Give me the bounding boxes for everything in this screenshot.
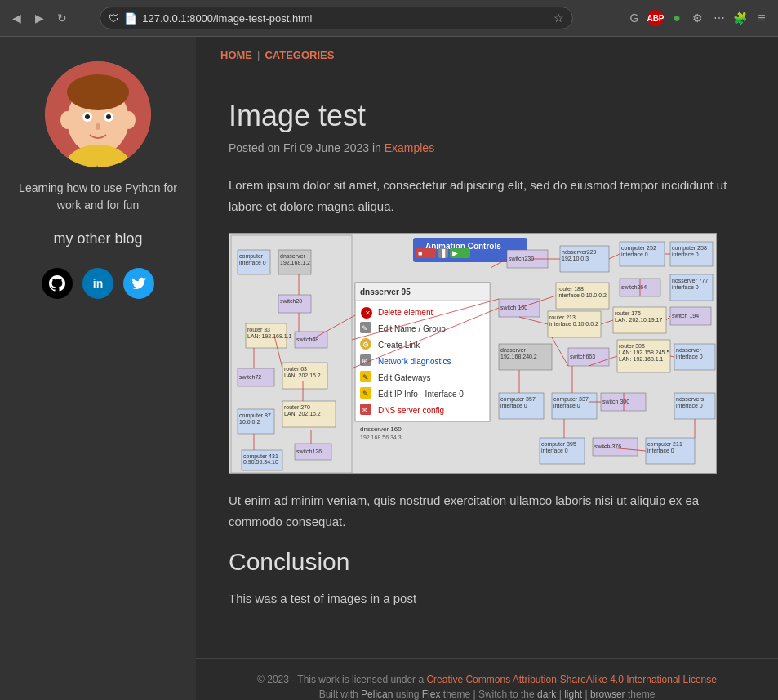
footer-license-line: © 2023 - This work is licensed under a C… <box>211 674 763 685</box>
github-icon[interactable] <box>42 268 73 299</box>
svg-text:dnsserver 160: dnsserver 160 <box>360 426 402 433</box>
svg-text:switch230: switch230 <box>509 256 534 261</box>
twitter-icon[interactable] <box>123 268 154 299</box>
svg-text:computer 252: computer 252 <box>621 245 656 252</box>
svg-text:Network diagnostics: Network diagnostics <box>378 357 451 366</box>
svg-text:switch 300: switch 300 <box>602 399 629 404</box>
conclusion-heading: Conclusion <box>229 548 745 576</box>
forward-button[interactable]: ▶ <box>31 10 47 26</box>
svg-text:LAN: 192.168.1.1: LAN: 192.168.1.1 <box>619 356 664 362</box>
svg-text:interface 0: interface 0 <box>621 252 648 257</box>
footer-browser-link[interactable]: browser <box>590 689 625 700</box>
svg-text:interface 0: interface 0 <box>647 448 674 453</box>
footer-theme-suffix: theme <box>628 689 655 700</box>
extension-icon-4[interactable]: ⚙ <box>690 10 706 26</box>
footer-copyright: © 2023 - This work is licensed under a <box>257 674 424 685</box>
svg-text:interface 0: interface 0 <box>676 403 703 408</box>
svg-text:router 63: router 63 <box>284 366 307 372</box>
svg-text:Create Link: Create Link <box>378 341 420 350</box>
meta-category-link[interactable]: Examples <box>385 141 434 154</box>
main-content: HOME | CATEGORIES Image test Posted on F… <box>196 37 778 700</box>
svg-text:▶: ▶ <box>452 249 458 257</box>
linkedin-icon[interactable]: in <box>82 268 113 299</box>
svg-text:dnsserver 95: dnsserver 95 <box>360 288 411 296</box>
refresh-button[interactable]: ↻ <box>54 10 70 26</box>
svg-text:✎: ✎ <box>362 324 368 332</box>
footer-light-link[interactable]: light <box>564 689 582 700</box>
network-diagram-image: Animation Controls ■ ▐ ▶ computer <box>229 233 717 474</box>
svg-point-8 <box>60 111 73 129</box>
svg-text:ndsserver229: ndsserver229 <box>562 249 597 255</box>
svg-text:Edit IP Info - Interface 0: Edit IP Info - Interface 0 <box>378 390 464 399</box>
svg-text:router 305: router 305 <box>619 343 645 349</box>
svg-text:computer 211: computer 211 <box>647 441 682 448</box>
footer: © 2023 - This work is licensed under a C… <box>196 658 778 701</box>
back-button[interactable]: ◀ <box>8 10 24 26</box>
nav-separator: | <box>257 49 260 61</box>
extensions-button[interactable]: ⋯ <box>711 10 727 26</box>
svg-text:interface 0: interface 0 <box>553 403 580 408</box>
page-icon: 📄 <box>124 12 137 25</box>
svg-text:router 33: router 33 <box>247 327 270 332</box>
svg-text:✎: ✎ <box>362 373 369 381</box>
footer-built-with-line: Built with Pelican using Flex theme | Sw… <box>211 689 763 700</box>
svg-point-7 <box>96 123 100 130</box>
article: Image test Posted on Fri 09 June 2023 in… <box>196 74 778 658</box>
svg-text:Delete element: Delete element <box>378 308 433 317</box>
footer-pelican-link[interactable]: Pelican <box>361 689 393 700</box>
sidebar-blog-link[interactable]: my other blog <box>53 230 142 247</box>
svg-text:✎: ✎ <box>362 390 369 398</box>
extension-icon-3[interactable]: ● <box>669 10 685 26</box>
svg-text:computer 258: computer 258 <box>672 245 707 252</box>
svg-text:10.0.0.2: 10.0.0.2 <box>239 419 260 425</box>
svg-text:interface 0: interface 0 <box>672 252 699 257</box>
svg-text:ndsserver 777: ndsserver 777 <box>672 278 708 283</box>
nav-categories[interactable]: CATEGORIES <box>265 49 334 61</box>
svg-text:0.90.56.34.10: 0.90.56.34.10 <box>243 459 278 465</box>
svg-text:computer 337: computer 337 <box>553 396 589 403</box>
extensions-puzzle[interactable]: 🧩 <box>732 10 749 26</box>
svg-text:router 175: router 175 <box>615 310 641 316</box>
svg-text:switch20: switch20 <box>280 298 302 304</box>
sidebar-description: Learning how to use Python for work and … <box>16 180 180 214</box>
url-text: 127.0.0.1:8000/image-test-post.html <box>142 12 549 25</box>
svg-text:192.168.56.34.3: 192.168.56.34.3 <box>360 435 402 440</box>
footer-dark-link[interactable]: dark <box>537 689 556 700</box>
svg-text:interface 0: interface 0 <box>672 284 699 290</box>
svg-text:interface 0: interface 0 <box>541 448 568 453</box>
svg-text:interface 0:10.0.0.2: interface 0:10.0.0.2 <box>549 321 598 327</box>
svg-text:interface 0: interface 0 <box>676 354 703 359</box>
nav-home[interactable]: HOME <box>220 49 252 61</box>
article-title: Image test <box>229 99 745 133</box>
top-nav: HOME | CATEGORIES <box>196 37 778 74</box>
footer-flex-link[interactable]: Flex <box>422 689 441 700</box>
svg-text:switch126: switch126 <box>296 448 322 454</box>
sidebar: ★ Learning how to use Python for work an… <box>0 37 196 700</box>
svg-rect-51 <box>355 283 490 421</box>
svg-text:switch264: switch264 <box>621 284 647 290</box>
svg-text:LAN: 202.15.2: LAN: 202.15.2 <box>284 372 321 378</box>
browser-toolbar: ◀ ▶ ↻ 🛡 📄 127.0.0.1:8000/image-test-post… <box>0 0 778 37</box>
svg-text:switch 160: switch 160 <box>500 305 527 310</box>
svg-text:interface 0:10.0.0.2: interface 0:10.0.0.2 <box>558 292 607 298</box>
svg-point-6 <box>106 114 111 119</box>
extension-icon-1[interactable]: G <box>626 10 642 26</box>
svg-text:Edit Gateways: Edit Gateways <box>378 373 430 382</box>
svg-text:192.168.1.2: 192.168.1.2 <box>280 260 310 265</box>
footer-using: using <box>396 689 420 700</box>
meta-prefix: Posted on Fri 09 June 2023 in <box>229 141 381 154</box>
svg-text:switch 194: switch 194 <box>672 313 699 319</box>
page-layout: ★ Learning how to use Python for work an… <box>0 37 778 700</box>
address-bar[interactable]: 🛡 📄 127.0.0.1:8000/image-test-post.html … <box>100 7 573 29</box>
footer-license-link[interactable]: Creative Commons Attribution-ShareAlike … <box>426 674 717 685</box>
svg-text:router 270: router 270 <box>284 404 310 410</box>
svg-text:switch72: switch72 <box>239 374 261 380</box>
svg-text:computer 87: computer 87 <box>239 412 271 419</box>
menu-button[interactable]: ≡ <box>754 10 770 26</box>
svg-text:192.168.240.2: 192.168.240.2 <box>500 354 537 359</box>
abp-icon[interactable]: ABP <box>647 10 664 26</box>
conclusion-text: This was a test of images in a post <box>229 588 745 609</box>
svg-text:computer 357: computer 357 <box>500 396 536 403</box>
svg-text:computer 395: computer 395 <box>541 441 576 448</box>
body-paragraph-2: Ut enim ad minim veniam, quis nostrud ex… <box>229 490 745 532</box>
